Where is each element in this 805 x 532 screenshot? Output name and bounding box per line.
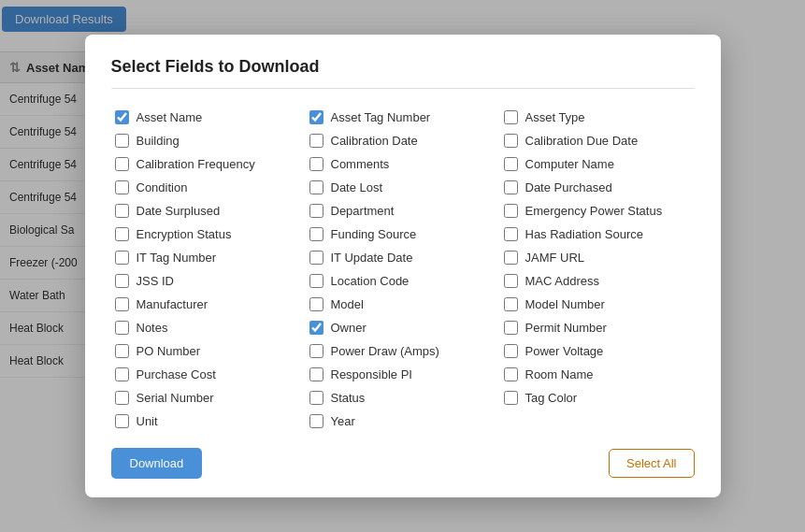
field-item-tag_color[interactable]: Tag Color — [500, 386, 695, 410]
checkbox-has_radiation_source[interactable] — [504, 227, 518, 241]
field-label-serial_number: Serial Number — [137, 391, 214, 405]
field-item-comments[interactable]: Comments — [306, 152, 500, 176]
field-item-calibration_frequency[interactable]: Calibration Frequency — [111, 152, 306, 176]
checkbox-date_lost[interactable] — [309, 180, 323, 194]
field-item-location_code[interactable]: Location Code — [306, 269, 500, 293]
field-item-purchase_cost[interactable]: Purchase Cost — [111, 363, 306, 386]
field-item-jss_id[interactable]: JSS ID — [111, 269, 306, 293]
field-label-model: Model — [331, 297, 364, 311]
field-item-power_draw_amps[interactable]: Power Draw (Amps) — [306, 339, 500, 363]
field-item-date_surplused[interactable]: Date Surplused — [111, 199, 306, 223]
field-label-location_code: Location Code — [331, 274, 410, 288]
checkbox-manufacturer[interactable] — [115, 297, 129, 311]
field-label-owner: Owner — [331, 321, 367, 335]
checkbox-date_surplused[interactable] — [115, 204, 129, 218]
checkbox-year[interactable] — [309, 414, 323, 428]
field-label-computer_name: Computer Name — [525, 157, 614, 171]
field-item-room_name[interactable]: Room Name — [500, 363, 695, 386]
modal-title: Select Fields to Download — [111, 57, 695, 89]
checkbox-asset_type[interactable] — [504, 110, 518, 124]
field-item-notes[interactable]: Notes — [111, 316, 306, 339]
checkbox-asset_name[interactable] — [115, 110, 129, 124]
checkbox-condition[interactable] — [115, 180, 129, 194]
checkbox-owner[interactable] — [309, 321, 323, 335]
field-item-department[interactable]: Department — [306, 199, 500, 223]
field-item-funding_source[interactable]: Funding Source — [306, 223, 500, 246]
field-item-it_update_date[interactable]: IT Update Date — [306, 246, 500, 269]
checkbox-calibration_due_date[interactable] — [504, 134, 518, 148]
checkbox-encryption_status[interactable] — [115, 227, 129, 241]
field-label-power_voltage: Power Voltage — [525, 344, 604, 358]
field-item-manufacturer[interactable]: Manufacturer — [111, 293, 306, 316]
field-label-funding_source: Funding Source — [331, 227, 417, 241]
checkbox-comments[interactable] — [309, 157, 323, 171]
field-item-date_purchased[interactable]: Date Purchased — [500, 176, 695, 199]
checkbox-computer_name[interactable] — [504, 157, 518, 171]
checkbox-it_tag_number[interactable] — [115, 251, 129, 265]
checkbox-location_code[interactable] — [309, 274, 323, 288]
checkbox-it_update_date[interactable] — [309, 251, 323, 265]
field-label-jss_id: JSS ID — [137, 274, 174, 288]
field-item-power_voltage[interactable]: Power Voltage — [500, 339, 695, 363]
field-item-year[interactable]: Year — [306, 410, 500, 433]
field-item-model_number[interactable]: Model Number — [500, 293, 695, 316]
checkbox-unit[interactable] — [115, 414, 129, 428]
checkbox-power_voltage[interactable] — [504, 344, 518, 358]
field-item-responsible_pi[interactable]: Responsible PI — [306, 363, 500, 386]
field-label-condition: Condition — [137, 180, 188, 194]
field-item-serial_number[interactable]: Serial Number — [111, 386, 306, 410]
checkbox-purchase_cost[interactable] — [115, 367, 129, 381]
checkbox-jss_id[interactable] — [115, 274, 129, 288]
field-item-unit[interactable]: Unit — [111, 410, 306, 433]
field-item-permit_number[interactable]: Permit Number — [500, 316, 695, 339]
field-item-model[interactable]: Model — [306, 293, 500, 316]
field-item-jamf_url[interactable]: JAMF URL — [500, 246, 695, 269]
select-all-button[interactable]: Select All — [609, 449, 694, 478]
field-item-asset_tag_number[interactable]: Asset Tag Number — [306, 106, 500, 129]
checkbox-calibration_frequency[interactable] — [115, 157, 129, 171]
field-item-date_lost[interactable]: Date Lost — [306, 176, 500, 199]
checkbox-jamf_url[interactable] — [504, 251, 518, 265]
checkbox-room_name[interactable] — [504, 367, 518, 381]
checkbox-model[interactable] — [309, 297, 323, 311]
field-item-asset_type[interactable]: Asset Type — [500, 106, 695, 129]
field-item-emergency_power_status[interactable]: Emergency Power Status — [500, 199, 695, 223]
field-label-manufacturer: Manufacturer — [137, 297, 208, 311]
download-button[interactable]: Download — [111, 448, 203, 479]
field-label-date_purchased: Date Purchased — [525, 180, 612, 194]
checkbox-mac_address[interactable] — [504, 274, 518, 288]
field-label-comments: Comments — [331, 157, 390, 171]
checkbox-department[interactable] — [309, 204, 323, 218]
field-item-owner[interactable]: Owner — [306, 316, 500, 339]
field-item-calibration_due_date[interactable]: Calibration Due Date — [500, 129, 695, 152]
checkbox-notes[interactable] — [115, 321, 129, 335]
checkbox-permit_number[interactable] — [504, 321, 518, 335]
field-item-asset_name[interactable]: Asset Name — [111, 106, 306, 129]
field-item-calibration_date[interactable]: Calibration Date — [306, 129, 500, 152]
checkbox-tag_color[interactable] — [504, 391, 518, 405]
field-item-status[interactable]: Status — [306, 386, 500, 410]
field-item-building[interactable]: Building — [111, 129, 306, 152]
checkbox-building[interactable] — [115, 134, 129, 148]
field-item-mac_address[interactable]: MAC Address — [500, 269, 695, 293]
field-item-po_number[interactable]: PO Number — [111, 339, 306, 363]
field-label-permit_number: Permit Number — [525, 321, 607, 335]
field-item-computer_name[interactable]: Computer Name — [500, 152, 695, 176]
checkbox-serial_number[interactable] — [115, 391, 129, 405]
field-item-has_radiation_source[interactable]: Has Radiation Source — [500, 223, 695, 246]
checkbox-date_purchased[interactable] — [504, 180, 518, 194]
checkbox-model_number[interactable] — [504, 297, 518, 311]
checkbox-emergency_power_status[interactable] — [504, 204, 518, 218]
field-item-it_tag_number[interactable]: IT Tag Number — [111, 246, 306, 269]
checkbox-status[interactable] — [309, 391, 323, 405]
field-item-condition[interactable]: Condition — [111, 176, 306, 199]
checkbox-asset_tag_number[interactable] — [309, 110, 323, 124]
checkbox-responsible_pi[interactable] — [309, 367, 323, 381]
field-label-status: Status — [331, 391, 366, 405]
checkbox-calibration_date[interactable] — [309, 134, 323, 148]
checkbox-power_draw_amps[interactable] — [309, 344, 323, 358]
checkbox-po_number[interactable] — [115, 344, 129, 358]
field-label-date_surplused: Date Surplused — [137, 204, 221, 218]
field-item-encryption_status[interactable]: Encryption Status — [111, 223, 306, 246]
checkbox-funding_source[interactable] — [309, 227, 323, 241]
